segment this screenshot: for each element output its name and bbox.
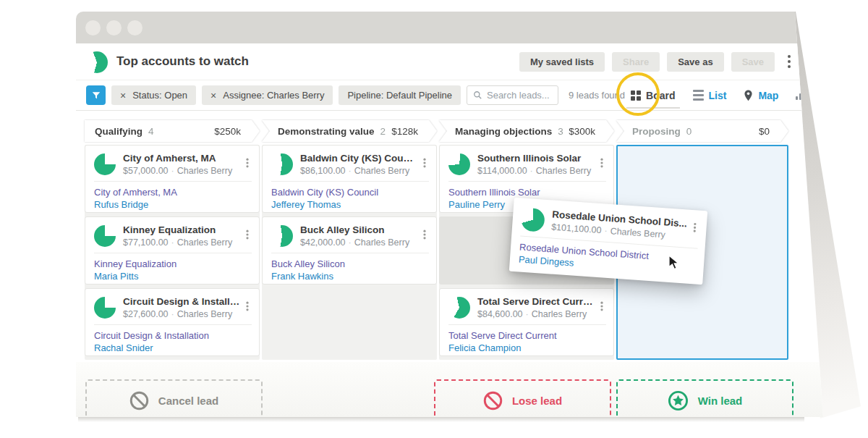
stage-value: $300k: [569, 126, 595, 137]
map-pin-icon: [744, 90, 753, 101]
contact-link[interactable]: Jefferey Thomas: [271, 198, 429, 211]
action-bar: Cancel lead Lose lead Win lead: [76, 362, 824, 417]
contact-link[interactable]: Maria Pitts: [94, 270, 252, 282]
lead-owner: Charles Berry: [177, 237, 232, 248]
app-logo-pie-icon: [86, 51, 108, 73]
window-dot-icon: [106, 20, 122, 35]
stage-value: $128k: [391, 126, 418, 137]
page: Top accounts to watch My saved lists Sha…: [0, 0, 868, 438]
tab-board-view[interactable]: Board: [631, 90, 675, 101]
account-link[interactable]: City of Amherst, MA: [94, 186, 252, 198]
share-button[interactable]: Share: [612, 52, 660, 72]
lead-amount: $42,000.00: [300, 237, 346, 248]
card-menu-icon[interactable]: [246, 233, 248, 235]
contact-link[interactable]: Rufus Bridge: [94, 198, 252, 211]
list-icon: [693, 90, 704, 101]
header-actions: My saved lists Share Save as Save: [519, 52, 795, 72]
remove-filter-icon[interactable]: ×: [120, 90, 126, 101]
lead-owner: Charles Berry: [177, 309, 232, 319]
lead-card[interactable]: Circuit Design & Installation $27,600.00…: [85, 288, 260, 356]
lead-title: Southern Illinois Solar: [477, 153, 591, 164]
lead-amount: $101,100.00: [551, 222, 602, 235]
lose-lead-button[interactable]: Lose lead: [434, 379, 611, 421]
win-lead-button[interactable]: Win lead: [616, 379, 793, 421]
contact-link[interactable]: Felicia Champion: [448, 342, 606, 354]
filter-chip-label: Pipeline: Default Pipeline: [347, 90, 452, 101]
lose-slash-icon: [483, 391, 503, 410]
lead-card[interactable]: City of Amherst, MA $57,000.00·Charles B…: [85, 145, 260, 213]
stage-name: Qualifying: [95, 126, 142, 137]
lead-amount: $86,100.00: [300, 166, 346, 176]
app-header: Top accounts to watch My saved lists Sha…: [76, 43, 824, 80]
remove-filter-icon[interactable]: ×: [210, 90, 216, 101]
dragged-lead-card[interactable]: Rosedale Union School Dis... $101,100.00…: [509, 198, 707, 285]
lead-amount: $84,600.00: [477, 309, 523, 319]
lead-title: City of Amherst, MA: [123, 153, 232, 164]
pipeline-stage-header: Demonstrating value 2 $128k: [262, 120, 437, 142]
stage-count: 3: [558, 126, 563, 137]
lead-card[interactable]: Kinney Equalization $77,100.00·Charles B…: [85, 216, 260, 285]
lead-owner: Charles Berry: [354, 237, 409, 248]
board-lanes: City of Amherst, MA $57,000.00·Charles B…: [85, 145, 824, 360]
lead-title: Baldwin City (KS) Council: [300, 153, 417, 164]
pipeline-stage-header: Proposing 0 $0: [616, 120, 788, 142]
contact-link[interactable]: Frank Hawkins: [271, 270, 429, 282]
search-input[interactable]: [487, 90, 552, 101]
account-link[interactable]: Total Serve Direct Current: [448, 329, 606, 342]
lead-title: Buck Alley Silicon: [300, 224, 409, 235]
lead-title: Circuit Design & Installation: [123, 296, 240, 307]
contact-link[interactable]: Rachal Snider: [94, 342, 252, 354]
browser-window: Top accounts to watch My saved lists Sha…: [76, 12, 824, 417]
card-menu-icon[interactable]: [600, 305, 603, 307]
lead-amount: $77,100.00: [123, 237, 169, 248]
lead-card[interactable]: Buck Alley Silicon $42,000.00·Charles Be…: [262, 216, 437, 285]
card-menu-icon[interactable]: [600, 161, 603, 164]
lead-amount: $27,600.00: [123, 309, 169, 319]
filter-chip-status[interactable]: × Status: Open: [111, 85, 196, 105]
account-link[interactable]: Buck Alley Silicon: [271, 258, 429, 270]
tab-list-view[interactable]: List: [693, 90, 727, 101]
lead-card[interactable]: Total Serve Direct Current $84,600.00·Ch…: [439, 288, 614, 356]
filter-chip-assignee[interactable]: × Assignee: Charles Berry: [202, 85, 333, 105]
save-as-button[interactable]: Save as: [667, 52, 723, 72]
tab-map-view[interactable]: Map: [744, 90, 778, 101]
browser-chrome-bar: [76, 12, 824, 43]
column-headers: Qualifying 4 $250k Demonstrating value 2…: [85, 120, 824, 142]
results-count: 9 leads found: [569, 90, 625, 101]
cancel-slash-icon: [129, 391, 149, 410]
card-menu-icon[interactable]: [246, 161, 248, 164]
pipeline-lane: Baldwin City (KS) Council $86,100.00·Cha…: [262, 145, 437, 360]
search-box[interactable]: [467, 85, 558, 105]
stage-value: $250k: [214, 126, 241, 137]
window-dot-icon: [85, 20, 101, 35]
stage-value: $0: [759, 126, 770, 137]
window-dot-icon: [127, 20, 142, 35]
lead-owner: Charles Berry: [536, 166, 591, 176]
window-bottom-shadow: [78, 417, 804, 422]
page-title: Top accounts to watch: [116, 54, 249, 69]
cancel-lead-button[interactable]: Cancel lead: [85, 379, 263, 421]
account-link[interactable]: Circuit Design & Installation: [94, 329, 252, 342]
stage-count: 0: [686, 126, 692, 137]
stage-count: 2: [380, 126, 386, 137]
overflow-menu-icon[interactable]: [788, 60, 791, 63]
lead-owner: Charles Berry: [610, 226, 665, 240]
lead-owner: Charles Berry: [177, 166, 232, 176]
stage-name: Managing objections: [455, 126, 552, 137]
save-button[interactable]: Save: [731, 52, 775, 72]
card-menu-icon[interactable]: [246, 305, 248, 307]
lead-owner: Charles Berry: [354, 166, 409, 176]
lead-confidence-pie-icon: [94, 225, 116, 247]
my-saved-lists-button[interactable]: My saved lists: [519, 52, 605, 72]
filter-button[interactable]: [86, 85, 106, 105]
lead-card[interactable]: Baldwin City (KS) Council $86,100.00·Cha…: [262, 145, 437, 213]
card-menu-icon[interactable]: [423, 161, 425, 164]
filter-chip-pipeline[interactable]: Pipeline: Default Pipeline: [339, 85, 461, 105]
pipeline-stage-header: Qualifying 4 $250k: [85, 120, 260, 142]
card-menu-icon[interactable]: [423, 233, 425, 235]
account-link[interactable]: Kinney Equalization: [94, 258, 252, 270]
stage-count: 4: [148, 126, 154, 137]
filter-chip-label: Assignee: Charles Berry: [223, 90, 324, 101]
account-link[interactable]: Southern Illinois Solar: [448, 186, 606, 198]
account-link[interactable]: Baldwin City (KS) Council: [271, 186, 429, 198]
